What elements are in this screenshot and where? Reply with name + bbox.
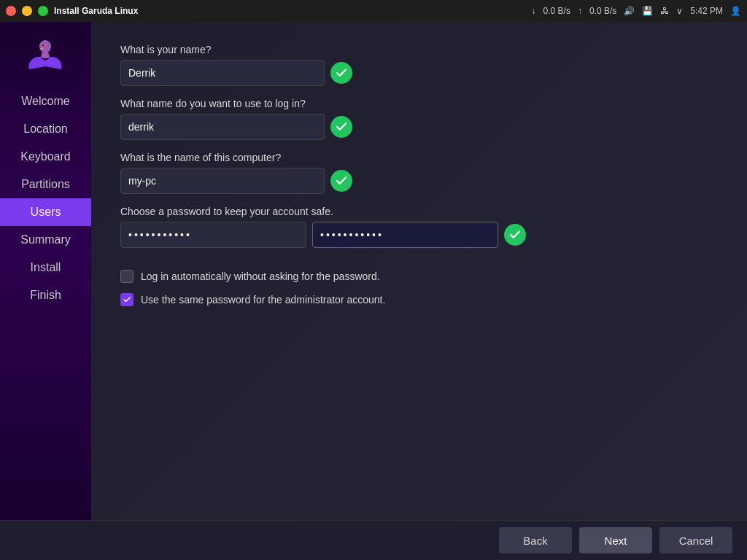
garuda-eagle-icon (22, 31, 69, 79)
next-button[interactable]: Next (579, 527, 652, 553)
upload-arrow-icon: ↑ (578, 6, 582, 16)
topbar-maximize-icon[interactable] (38, 6, 48, 16)
password-row (120, 222, 718, 248)
sidebar-item-location[interactable]: Location (0, 115, 91, 143)
password-group: Choose a password to keep your account s… (120, 206, 718, 248)
network-icon: 🖧 (660, 6, 669, 16)
sidebar-item-partitions[interactable]: Partitions (0, 171, 91, 198)
svg-point-2 (42, 44, 44, 46)
sidebar-item-users[interactable]: Users (0, 198, 91, 226)
download-arrow-icon: ↓ (532, 6, 536, 16)
sidebar-item-welcome[interactable]: Welcome (0, 88, 91, 115)
login-group: What name do you want to use to log in? (120, 98, 718, 140)
back-button[interactable]: Back (499, 527, 572, 553)
admin-password-label[interactable]: Use the same password for the administra… (141, 294, 385, 306)
name-label: What is your name? (120, 44, 718, 55)
password-label: Choose a password to keep your account s… (120, 206, 718, 217)
autologin-row: Log in automatically without asking for … (120, 270, 718, 283)
computer-input-row (120, 168, 718, 194)
computer-valid-icon (330, 170, 352, 192)
password-valid-icon (504, 224, 526, 246)
name-valid-icon (330, 62, 352, 84)
autologin-label[interactable]: Log in automatically without asking for … (141, 271, 380, 282)
computer-label: What is the name of this computer? (120, 152, 718, 163)
content-area: What is your name? What name do you want… (91, 22, 747, 520)
sidebar-item-summary[interactable]: Summary (0, 226, 91, 254)
bottom-bar: Back Next Cancel (0, 520, 747, 560)
login-valid-icon (330, 116, 352, 138)
clock: 5:42 PM (690, 6, 723, 16)
volume-icon: 🔊 (624, 6, 635, 16)
name-input[interactable] (120, 60, 325, 86)
main-container: Welcome Location Keyboard Partitions Use… (0, 22, 747, 520)
admin-password-row: Use the same password for the administra… (120, 293, 718, 306)
topbar-title: Install Garuda Linux (54, 6, 138, 16)
password-input[interactable] (120, 222, 306, 248)
password-confirm-input[interactable] (312, 222, 498, 248)
download-speed: 0.0 B/s (543, 6, 570, 16)
sidebar: Welcome Location Keyboard Partitions Use… (0, 22, 91, 520)
computer-input[interactable] (120, 168, 325, 194)
admin-password-checkbox[interactable] (120, 293, 133, 306)
topbar: Install Garuda Linux ↓ 0.0 B/s ↑ 0.0 B/s… (0, 0, 747, 22)
sidebar-logo (20, 29, 71, 80)
sidebar-item-finish[interactable]: Finish (0, 281, 91, 309)
login-input-row (120, 114, 718, 140)
computer-group: What is the name of this computer? (120, 152, 718, 194)
login-input[interactable] (120, 114, 325, 140)
user-icon: 👤 (730, 6, 741, 16)
sidebar-nav: Welcome Location Keyboard Partitions Use… (0, 88, 91, 309)
name-group: What is your name? (120, 44, 718, 86)
hdd-icon: 💾 (642, 6, 653, 16)
cancel-button[interactable]: Cancel (659, 527, 732, 553)
login-label: What name do you want to use to log in? (120, 98, 718, 109)
topbar-system-info: ↓ 0.0 B/s ↑ 0.0 B/s 🔊 💾 🖧 ∨ 5:42 PM 👤 (532, 6, 741, 16)
topbar-close-icon[interactable] (6, 6, 16, 16)
upload-speed: 0.0 B/s (589, 6, 616, 16)
sidebar-item-keyboard[interactable]: Keyboard (0, 143, 91, 171)
expand-icon[interactable]: ∨ (676, 6, 683, 16)
name-input-row (120, 60, 718, 86)
autologin-checkbox[interactable] (120, 270, 133, 283)
sidebar-item-install[interactable]: Install (0, 254, 91, 281)
topbar-minimize-icon[interactable] (22, 6, 32, 16)
